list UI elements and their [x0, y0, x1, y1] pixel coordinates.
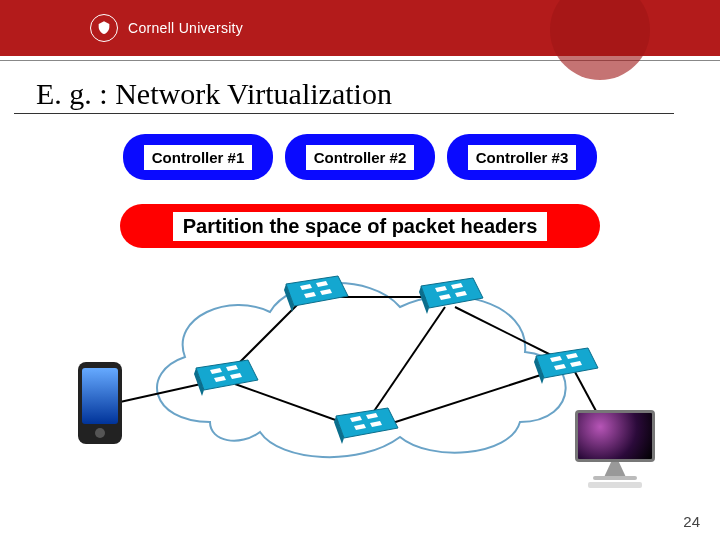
switch-icon [330, 404, 400, 444]
partition-box: Partition the space of packet headers [120, 204, 600, 248]
svg-marker-12 [536, 348, 598, 378]
svg-marker-16 [196, 360, 258, 390]
desktop-base [593, 476, 637, 480]
controller-box-1: Controller #1 [123, 134, 273, 180]
controller-box-3: Controller #3 [447, 134, 597, 180]
header-bar: Cornell University [0, 0, 720, 56]
controller-box-2: Controller #2 [285, 134, 435, 180]
switch-icon [530, 344, 600, 384]
partition-label: Partition the space of packet headers [173, 212, 548, 241]
svg-marker-14 [336, 408, 398, 438]
controller-label: Controller #2 [306, 145, 415, 170]
svg-marker-10 [421, 278, 483, 308]
keyboard-icon [588, 482, 642, 488]
smartphone-home-button-icon [95, 428, 105, 438]
cornell-seal-icon [90, 14, 118, 42]
diagram-canvas [0, 252, 720, 512]
controller-label: Controller #1 [144, 145, 253, 170]
desktop-computer-icon [570, 410, 660, 496]
desktop-stand [602, 462, 628, 476]
controllers-row: Controller #1 Controller #2 Controller #… [0, 134, 720, 180]
svg-marker-8 [286, 276, 348, 306]
university-name: Cornell University [128, 20, 243, 36]
switch-icon [190, 356, 260, 396]
switch-icon [415, 274, 485, 314]
controller-label: Controller #3 [468, 145, 577, 170]
desktop-screen [575, 410, 655, 462]
page-number: 24 [683, 513, 700, 530]
smartphone-icon [78, 362, 122, 444]
switch-icon [280, 272, 350, 312]
smartphone-screen [82, 368, 118, 424]
